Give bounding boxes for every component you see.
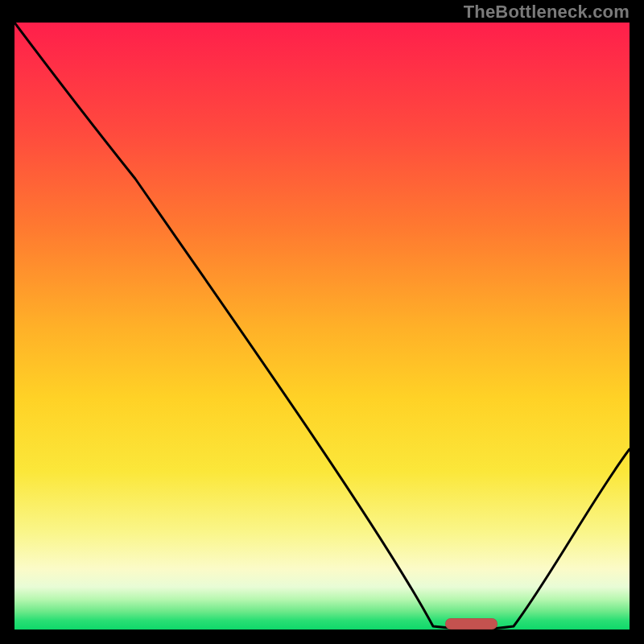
chart-svg <box>14 23 630 630</box>
optimal-range-marker <box>445 618 497 630</box>
bottleneck-curve-path <box>14 23 630 629</box>
chart-plot-area <box>14 23 630 630</box>
watermark-text: TheBottleneck.com <box>464 2 630 23</box>
chart-frame: TheBottleneck.com <box>0 0 644 644</box>
